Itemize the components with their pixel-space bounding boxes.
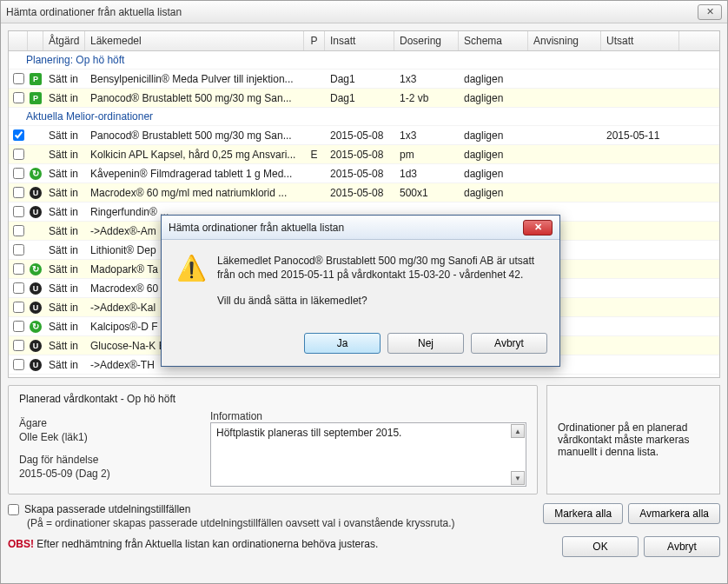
cell-anvisning (528, 77, 601, 81)
cell-atgard: Sätt in (43, 185, 85, 201)
skapa-passerade-sub: (På = ordinationer skapas passerade utde… (27, 517, 536, 529)
cell-utsatt (601, 287, 679, 290)
dialog-message-2: Vill du ändå sätta in läkemedlet? (217, 294, 544, 308)
recurring-icon (30, 263, 42, 275)
cell-p: E (304, 147, 325, 163)
planning-icon: P (30, 73, 42, 85)
cell-atgard: Sätt in (43, 262, 85, 277)
row-checkbox[interactable] (13, 340, 24, 351)
infusion-icon: U (30, 359, 42, 371)
col-lakemedel[interactable]: Läkemedel (85, 31, 304, 50)
row-checkbox[interactable] (13, 321, 24, 332)
cell-utsatt (601, 96, 679, 100)
cell-lakemedel: Kolkicin APL Kapsel, hård 0,25 mg Ansvar… (85, 147, 304, 163)
scroll-up-icon[interactable]: ▲ (511, 424, 525, 438)
obs-text: Efter nedhämtning från Aktuella listan k… (34, 538, 378, 550)
scroll-down-icon[interactable]: ▼ (511, 471, 525, 485)
cell-anvisning (528, 153, 601, 156)
row-checkbox[interactable] (13, 73, 24, 84)
dialog-ja-button[interactable]: Ja (304, 333, 381, 354)
cell-atgard: Sätt in (43, 281, 85, 296)
cell-insatt: 2015-05-08 (325, 147, 394, 163)
row-checkbox[interactable] (13, 244, 24, 256)
col-atgard[interactable]: Åtgärd (43, 31, 85, 50)
cell-utsatt (601, 153, 679, 156)
markera-alla-button[interactable]: Markera alla (543, 503, 623, 524)
cell-dosering: 1x3 (394, 128, 459, 143)
cell-utsatt (601, 306, 679, 309)
table-row[interactable]: Sätt inPanocod® Brustablett 500 mg/30 mg… (9, 126, 719, 145)
cell-dosering: 1d3 (394, 166, 459, 182)
infusion-icon: U (30, 206, 42, 218)
cell-p (304, 210, 325, 214)
infusion-icon: U (30, 187, 42, 199)
table-row[interactable]: Sätt inKolkicin APL Kapsel, hård 0,25 mg… (9, 145, 719, 164)
info-textarea[interactable]: Höftplastik planeras till september 2015… (210, 422, 526, 487)
dialog-close-button[interactable]: ✕ (523, 220, 553, 236)
skapa-passerade-checkbox[interactable] (8, 504, 19, 515)
cell-atgard: Sätt in (43, 357, 85, 373)
row-checkbox[interactable] (13, 282, 24, 294)
table-row[interactable]: Sätt inKåvepenin® Filmdragerad tablett 1… (9, 164, 719, 183)
detail-panel: Planerad vårdkontakt - Op hö höft Ägare … (8, 385, 538, 494)
group-header: Planering: Op hö höft (9, 51, 719, 70)
cell-utsatt (601, 249, 679, 252)
cell-utsatt (601, 325, 679, 328)
row-checkbox[interactable] (13, 187, 24, 198)
row-checkbox[interactable] (13, 263, 24, 275)
row-checkbox[interactable] (13, 359, 24, 370)
avmarkera-alla-button[interactable]: Avmarkera alla (628, 503, 720, 524)
owner-label: Ägare (19, 417, 184, 429)
row-checkbox[interactable] (13, 206, 24, 217)
cell-anvisning (528, 210, 601, 214)
col-p[interactable]: P (304, 31, 325, 50)
dialog-titlebar: Hämta ordinationer från aktuella listan … (162, 216, 559, 240)
col-anvisning[interactable]: Anvisning (528, 31, 601, 50)
table-row[interactable]: PSätt inBensylpenicillin® Meda Pulver ti… (9, 70, 719, 89)
cell-dosering (394, 210, 459, 214)
col-dosering[interactable]: Dosering (394, 31, 459, 50)
cell-p (304, 96, 325, 100)
row-checkbox[interactable] (13, 168, 24, 179)
cell-insatt: Dag1 (325, 71, 394, 87)
infusion-icon: U (30, 282, 42, 295)
table-row[interactable]: PSätt inPanocod® Brustablett 500 mg/30 m… (9, 89, 719, 108)
avbryt-button[interactable]: Avbryt (644, 536, 720, 557)
ok-button[interactable]: OK (562, 536, 639, 557)
cell-schema: dagligen (459, 166, 528, 182)
cell-anvisning (528, 172, 601, 176)
cell-atgard: Sätt in (43, 147, 85, 163)
col-utsatt[interactable]: Utsatt (601, 31, 679, 50)
row-checkbox[interactable] (13, 225, 24, 236)
info-text: Höftplastik planeras till september 2015… (216, 427, 401, 439)
cell-utsatt (601, 210, 679, 214)
cell-utsatt (601, 191, 679, 195)
row-checkbox[interactable] (13, 149, 24, 160)
cell-p (304, 134, 325, 137)
col-insatt[interactable]: Insatt (325, 31, 394, 50)
cell-lakemedel: Kåvepenin® Filmdragerad tablett 1 g Med.… (85, 166, 304, 182)
owner-value: Olle Eek (läk1) (19, 431, 184, 443)
dialog-nej-button[interactable]: Nej (387, 333, 464, 354)
detail-header: Planerad vårdkontakt - Op hö höft (19, 393, 526, 405)
row-checkbox[interactable] (13, 302, 24, 313)
cell-dosering: 1-2 vb (394, 90, 459, 106)
table-row[interactable]: USätt inMacrodex® 60 mg/ml med natriumkl… (9, 183, 719, 202)
cell-atgard: Sätt in (43, 319, 85, 335)
cell-schema: dagligen (459, 185, 528, 201)
cell-utsatt (601, 268, 679, 271)
dialog-avbryt-button[interactable]: Avbryt (471, 333, 547, 354)
cell-p (304, 191, 325, 195)
side-note: Ordinationer på en planerad vårdkontakt … (558, 421, 709, 458)
obs-prefix: OBS! (8, 538, 34, 550)
grid-header: Åtgärd Läkemedel P Insatt Dosering Schem… (9, 31, 719, 51)
col-schema[interactable]: Schema (459, 31, 528, 50)
cell-utsatt (601, 77, 679, 81)
row-checkbox[interactable] (13, 92, 24, 103)
cell-schema: dagligen (459, 147, 528, 163)
warning-icon: ⚠️ (177, 254, 205, 282)
row-checkbox[interactable] (13, 129, 24, 141)
dialog-title: Hämta ordinationer från aktuella listan (169, 222, 523, 234)
cell-anvisning (528, 96, 601, 100)
window-close-button[interactable]: ✕ (698, 4, 722, 20)
